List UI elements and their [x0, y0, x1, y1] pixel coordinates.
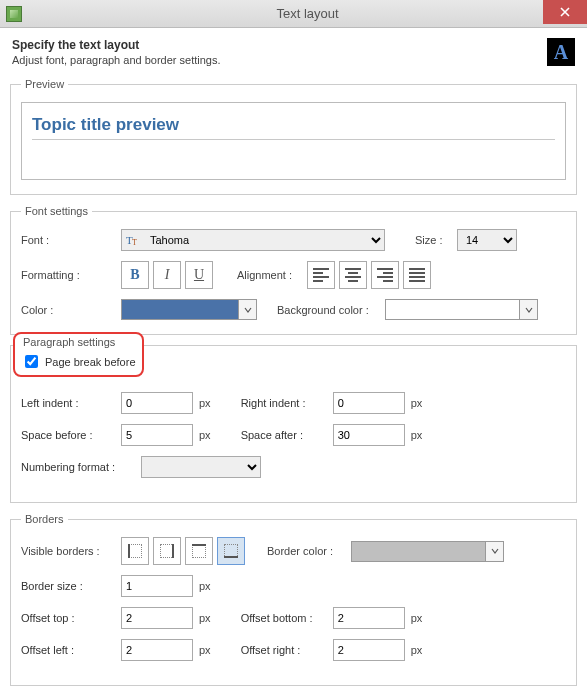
offset-top-input[interactable]: [121, 607, 193, 629]
formatting-label: Formatting :: [21, 269, 121, 281]
page-break-checkbox[interactable]: Page break before: [21, 352, 136, 371]
size-label: Size :: [415, 234, 457, 246]
bold-icon: B: [130, 267, 139, 283]
app-icon: [6, 6, 22, 22]
offset-right-input[interactable]: [333, 639, 405, 661]
align-right-button[interactable]: [371, 261, 399, 289]
space-after-label: Space after :: [241, 429, 333, 441]
border-color-swatch: [351, 541, 486, 562]
space-after-input[interactable]: [333, 424, 405, 446]
border-color-picker[interactable]: [351, 541, 504, 562]
unit-label: px: [411, 429, 423, 441]
unit-label: px: [199, 612, 211, 624]
unit-label: px: [199, 397, 211, 409]
font-label: Font :: [21, 234, 121, 246]
italic-icon: I: [165, 267, 170, 283]
unit-label: px: [411, 644, 423, 656]
unit-label: px: [199, 429, 211, 441]
dialog-header: Specify the text layout Adjust font, par…: [10, 38, 577, 66]
italic-button[interactable]: I: [153, 261, 181, 289]
preview-text: Topic title preview: [32, 115, 555, 140]
bg-color-label: Background color :: [277, 304, 385, 316]
align-justify-button[interactable]: [403, 261, 431, 289]
right-indent-label: Right indent :: [241, 397, 333, 409]
chevron-down-icon: [486, 541, 504, 562]
unit-label: px: [199, 580, 211, 592]
underline-button[interactable]: U: [185, 261, 213, 289]
offset-left-label: Offset left :: [21, 644, 121, 656]
space-before-label: Space before :: [21, 429, 121, 441]
visible-borders-label: Visible borders :: [21, 545, 121, 557]
titlebar: Text layout: [0, 0, 587, 28]
close-icon: [560, 7, 570, 17]
chevron-down-icon: [239, 299, 257, 320]
preview-box: Topic title preview: [21, 102, 566, 180]
offset-bottom-input[interactable]: [333, 607, 405, 629]
color-swatch: [121, 299, 239, 320]
preview-legend: Preview: [21, 78, 68, 90]
left-indent-input[interactable]: [121, 392, 193, 414]
border-bottom-button[interactable]: [217, 537, 245, 565]
page-break-input[interactable]: [25, 355, 38, 368]
font-settings-legend: Font settings: [21, 205, 92, 217]
unit-label: px: [411, 612, 423, 624]
numbering-label: Numbering format :: [21, 461, 141, 473]
left-indent-label: Left indent :: [21, 397, 121, 409]
offset-left-input[interactable]: [121, 639, 193, 661]
text-layout-icon: A: [547, 38, 575, 66]
header-title: Specify the text layout: [12, 38, 221, 52]
bg-color-swatch: [385, 299, 520, 320]
unit-label: px: [411, 397, 423, 409]
align-center-button[interactable]: [339, 261, 367, 289]
size-select[interactable]: 14: [457, 229, 517, 251]
offset-right-label: Offset right :: [241, 644, 333, 656]
preview-group: Preview Topic title preview: [10, 78, 577, 195]
page-break-label: Page break before: [45, 356, 136, 368]
bg-color-picker[interactable]: [385, 299, 538, 320]
border-size-input[interactable]: [121, 575, 193, 597]
color-picker[interactable]: [121, 299, 257, 320]
border-right-button[interactable]: [153, 537, 181, 565]
chevron-down-icon: [520, 299, 538, 320]
paragraph-settings-group: Paragraph settings Page break before Lef…: [10, 345, 577, 503]
alignment-label: Alignment :: [237, 269, 307, 281]
border-size-label: Border size :: [21, 580, 121, 592]
window-title: Text layout: [28, 6, 587, 21]
underline-icon: U: [194, 267, 204, 283]
color-label: Color :: [21, 304, 121, 316]
offset-top-label: Offset top :: [21, 612, 121, 624]
numbering-select[interactable]: [141, 456, 261, 478]
border-left-button[interactable]: [121, 537, 149, 565]
paragraph-legend: Paragraph settings: [21, 336, 136, 348]
borders-legend: Borders: [21, 513, 68, 525]
right-indent-input[interactable]: [333, 392, 405, 414]
borders-group: Borders Visible borders : Border color :…: [10, 513, 577, 686]
close-button[interactable]: [543, 0, 587, 24]
font-select[interactable]: Tahoma: [121, 229, 385, 251]
header-subtitle: Adjust font, paragraph and border settin…: [12, 54, 221, 66]
unit-label: px: [199, 644, 211, 656]
align-left-button[interactable]: [307, 261, 335, 289]
bold-button[interactable]: B: [121, 261, 149, 289]
font-settings-group: Font settings Font : TT Tahoma Size : 14…: [10, 205, 577, 335]
border-top-button[interactable]: [185, 537, 213, 565]
offset-bottom-label: Offset bottom :: [241, 612, 333, 624]
border-color-label: Border color :: [267, 545, 351, 557]
space-before-input[interactable]: [121, 424, 193, 446]
